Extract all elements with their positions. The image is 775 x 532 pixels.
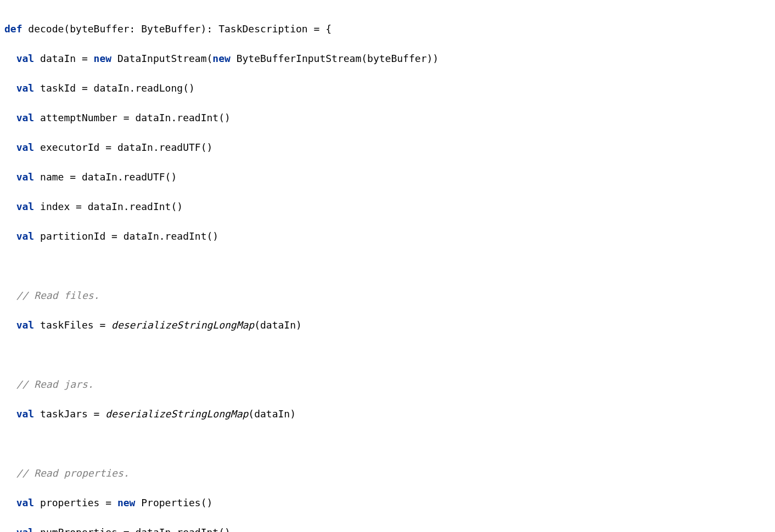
code-text: attemptNumber = dataIn.readInt() bbox=[34, 112, 231, 123]
code-line: // Read properties. bbox=[4, 466, 771, 480]
code-text: name = dataIn.readUTF() bbox=[34, 171, 177, 183]
keyword-new: new bbox=[212, 53, 231, 64]
code-text: partitionId = dataIn.readInt() bbox=[34, 230, 218, 242]
code-text: properties = bbox=[34, 497, 117, 508]
keyword-val: val bbox=[16, 497, 35, 508]
keyword-val: val bbox=[16, 527, 35, 532]
code-text: DataInputStream( bbox=[111, 53, 212, 64]
method-call: deserializeStringLongMap bbox=[105, 408, 248, 420]
code-line: def decode(byteBuffer: ByteBuffer): Task… bbox=[4, 21, 771, 36]
code-text: (dataIn) bbox=[248, 408, 296, 420]
keyword-def: def bbox=[4, 23, 23, 35]
keyword-new: new bbox=[94, 53, 112, 64]
code-line: val taskJars = deserializeStringLongMap(… bbox=[4, 406, 771, 421]
comment: // Read files. bbox=[16, 290, 100, 301]
keyword-val: val bbox=[16, 230, 35, 242]
code-line bbox=[4, 258, 771, 273]
keyword-val: val bbox=[16, 171, 35, 183]
code-line: val index = dataIn.readInt() bbox=[4, 199, 771, 214]
code-line: val name = dataIn.readUTF() bbox=[4, 169, 771, 184]
keyword-val: val bbox=[16, 112, 35, 123]
code-block: def decode(byteBuffer: ByteBuffer): Task… bbox=[4, 7, 771, 532]
keyword-val: val bbox=[16, 408, 35, 420]
code-text: dataIn = bbox=[34, 53, 93, 64]
keyword-val: val bbox=[16, 319, 35, 331]
code-text: index = dataIn.readInt() bbox=[34, 201, 183, 212]
code-text: Properties() bbox=[135, 497, 212, 508]
code-text: executorId = dataIn.readUTF() bbox=[34, 142, 212, 153]
comment: // Read jars. bbox=[16, 378, 94, 390]
code-text: decode(byteBuffer: ByteBuffer): TaskDesc… bbox=[23, 23, 332, 35]
code-line: val attemptNumber = dataIn.readInt() bbox=[4, 110, 771, 125]
code-line: val executorId = dataIn.readUTF() bbox=[4, 140, 771, 155]
comment: // Read properties. bbox=[16, 467, 130, 479]
code-line: val taskFiles = deserializeStringLongMap… bbox=[4, 318, 771, 332]
code-text: taskFiles = bbox=[34, 319, 111, 331]
code-text: taskId = dataIn.readLong() bbox=[34, 82, 195, 94]
code-text: ByteBufferInputStream(byteBuffer)) bbox=[231, 53, 439, 64]
code-text: taskJars = bbox=[34, 408, 105, 420]
keyword-val: val bbox=[16, 53, 35, 64]
code-line bbox=[4, 347, 771, 362]
keyword-new: new bbox=[117, 497, 136, 508]
keyword-val: val bbox=[16, 142, 35, 153]
code-text: (dataIn) bbox=[254, 319, 302, 331]
code-line: val taskId = dataIn.readLong() bbox=[4, 81, 771, 95]
code-line: // Read files. bbox=[4, 288, 771, 303]
code-line bbox=[4, 436, 771, 451]
keyword-val: val bbox=[16, 201, 35, 212]
code-line: // Read jars. bbox=[4, 377, 771, 392]
code-line: val dataIn = new DataInputStream(new Byt… bbox=[4, 51, 771, 66]
code-line: val numProperties = dataIn.readInt() bbox=[4, 525, 771, 532]
keyword-val: val bbox=[16, 82, 35, 94]
code-text: numProperties = dataIn.readInt() bbox=[34, 527, 231, 532]
code-line: val partitionId = dataIn.readInt() bbox=[4, 229, 771, 244]
code-line: val properties = new Properties() bbox=[4, 495, 771, 510]
method-call: deserializeStringLongMap bbox=[111, 319, 254, 331]
